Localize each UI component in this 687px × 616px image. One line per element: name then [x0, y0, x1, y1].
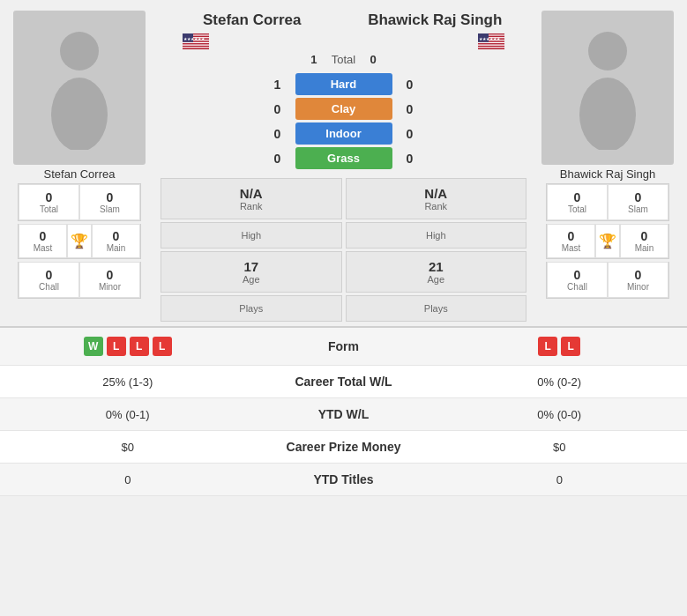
svg-rect-10 — [183, 43, 209, 44]
left-trophy-icon-cell: 🏆 — [67, 224, 92, 258]
flags-line: ★★★★★★ — [156, 33, 531, 49]
svg-rect-11 — [183, 45, 209, 46]
right-trophy-row: 0 Mast 🏆 0 Main — [546, 224, 669, 259]
center-names: Stefan Correa Bhawick Raj Singh — [156, 11, 531, 30]
right-ytd-wl: 0% (0-0) — [432, 399, 688, 430]
right-main-label: Main — [624, 243, 665, 253]
right-name-header: Bhawick Raj Singh — [344, 11, 527, 30]
left-chall-cell: 0 Chall — [19, 262, 79, 298]
left-age-label: Age — [164, 274, 339, 285]
right-rank-value: N/A — [349, 186, 524, 201]
left-chall-label: Chall — [23, 282, 75, 292]
svg-rect-24 — [478, 42, 504, 43]
players-row: Stefan Correa 0 Total 0 Slam 0 Mast 🏆 — [0, 0, 687, 326]
left-stats-grid-2: 0 Chall 0 Minor — [18, 262, 141, 299]
right-flag: ★★★★★★ — [478, 33, 504, 49]
left-titles: 0 — [0, 464, 256, 495]
right-age-value: 21 — [349, 259, 524, 274]
left-player-photo — [13, 11, 146, 165]
right-chall-label: Chall — [551, 282, 603, 292]
left-form-l2: L — [130, 337, 149, 356]
right-form: L L — [432, 328, 688, 365]
left-indoor-score: 0 — [265, 127, 290, 141]
right-trophy-icon-cell: 🏆 — [595, 224, 620, 258]
svg-point-0 — [60, 32, 99, 71]
left-mast-label: Mast — [22, 243, 63, 253]
left-hard-score: 1 — [265, 78, 290, 92]
left-stats-grid: 0 Total 0 Slam — [18, 183, 141, 221]
svg-rect-27 — [478, 46, 504, 47]
left-total-value: 0 — [23, 190, 75, 204]
right-age-box: 21 Age — [346, 251, 527, 293]
left-chall-value: 0 — [23, 268, 75, 282]
left-slam-label: Slam — [84, 204, 136, 214]
left-player-name-header: Stefan Correa — [161, 11, 344, 30]
svg-rect-12 — [183, 46, 209, 47]
left-age-box: 17 Age — [161, 251, 342, 293]
titles-row: 0 YTD Titles 0 — [0, 464, 687, 496]
career-wl-row: 25% (1-3) Career Total W/L 0% (0-2) — [0, 366, 687, 398]
left-form: W L L L — [0, 328, 256, 365]
prize-label: Career Prize Money — [256, 431, 432, 463]
total-line: 1 Total 0 — [302, 53, 385, 66]
right-mast-value: 0 — [550, 229, 592, 243]
left-career-wl: 25% (1-3) — [0, 367, 256, 397]
grass-row: 0 Grass 0 — [165, 147, 522, 169]
left-total-cell: 0 Total — [19, 184, 79, 220]
left-high-label: High — [164, 230, 339, 241]
right-hard-score: 0 — [398, 78, 422, 92]
main-wrapper: Stefan Correa 0 Total 0 Slam 0 Mast 🏆 — [0, 0, 687, 496]
right-player-name: Bhawick Raj Singh — [560, 167, 655, 181]
left-age-value: 17 — [164, 259, 339, 274]
svg-point-32 — [588, 32, 627, 71]
total-label: Total — [332, 53, 355, 66]
svg-rect-13 — [183, 47, 209, 48]
right-total-label: Total — [551, 204, 603, 214]
right-plays-label: Plays — [349, 303, 524, 314]
center-col: Stefan Correa Bhawick Raj Singh — [156, 11, 531, 322]
left-form-icons: W L L L — [13, 337, 243, 356]
svg-rect-14 — [183, 48, 209, 49]
hard-row: 1 Hard 0 — [165, 73, 522, 95]
left-mast-value: 0 — [22, 229, 63, 243]
right-main-value: 0 — [624, 229, 665, 243]
right-mast-cell: 0 Mast — [547, 224, 595, 258]
svg-point-33 — [579, 78, 636, 150]
right-slam-label: Slam — [612, 204, 664, 214]
left-minor-label: Minor — [84, 282, 136, 292]
left-trophy-row: 0 Mast 🏆 0 Main — [18, 224, 141, 259]
right-total-score: 0 — [361, 53, 385, 66]
left-high-box: High — [161, 222, 342, 249]
mid-boxes-row: N/A Rank High 17 Age Plays — [156, 173, 531, 322]
left-slam-value: 0 — [84, 190, 136, 204]
right-high-box: High — [346, 222, 527, 249]
right-minor-cell: 0 Minor — [608, 262, 668, 298]
right-stats-grid-2: 0 Chall 0 Minor — [546, 262, 669, 299]
left-plays-box: Plays — [161, 295, 342, 322]
ytd-wl-row: 0% (0-1) YTD W/L 0% (0-0) — [0, 398, 687, 431]
right-mid-boxes: N/A Rank High 21 Age Plays — [346, 178, 527, 322]
career-wl-label: Career Total W/L — [256, 366, 432, 397]
right-form-l2: L — [561, 337, 580, 356]
svg-rect-9 — [183, 42, 209, 43]
left-flag: ★★★★★★ — [183, 33, 209, 49]
right-clay-score: 0 — [398, 102, 422, 116]
left-grass-score: 0 — [265, 152, 290, 166]
left-prize: $0 — [0, 432, 256, 463]
right-mast-label: Mast — [550, 243, 592, 253]
svg-rect-25 — [478, 43, 504, 44]
left-rank-label: Rank — [164, 201, 339, 212]
left-minor-value: 0 — [84, 268, 136, 282]
right-chall-cell: 0 Chall — [547, 262, 608, 298]
right-age-label: Age — [349, 274, 524, 285]
left-silhouette-icon — [44, 26, 115, 150]
right-main-cell: 0 Main — [620, 224, 668, 258]
trophy-icon-right: 🏆 — [599, 233, 616, 249]
left-slam-cell: 0 Slam — [79, 184, 140, 220]
right-slam-cell: 0 Slam — [608, 184, 668, 220]
left-rank-box: N/A Rank — [161, 178, 342, 219]
prize-row: $0 Career Prize Money $0 — [0, 431, 687, 464]
left-form-l1: L — [107, 337, 126, 356]
left-name-header: Stefan Correa — [161, 11, 344, 30]
clay-row: 0 Clay 0 — [165, 98, 522, 120]
